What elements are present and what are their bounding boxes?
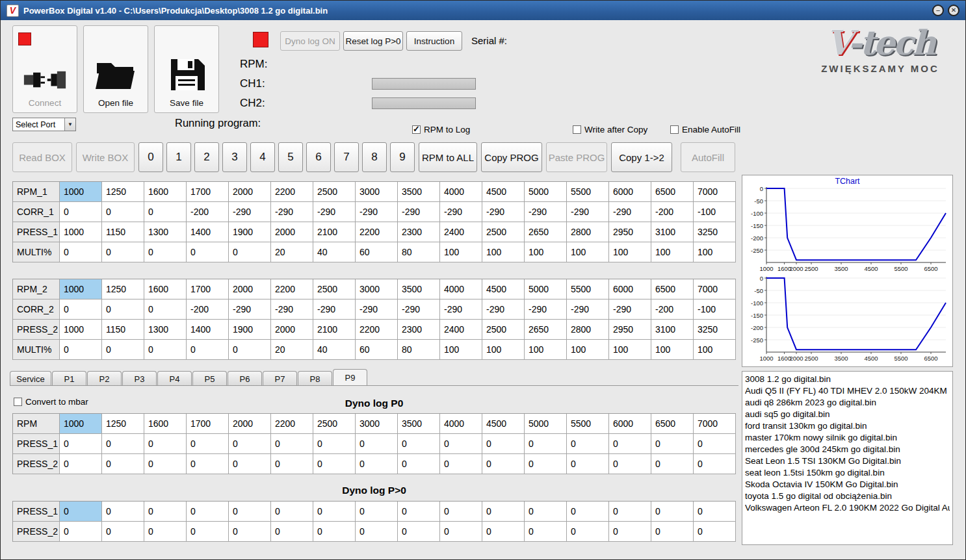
grid-cell[interactable]: 0: [482, 454, 525, 474]
grid-cell[interactable]: -290: [356, 202, 398, 222]
grid-cell[interactable]: -290: [229, 202, 271, 222]
grid-cell[interactable]: 100: [567, 340, 609, 360]
grid-cell[interactable]: 0: [102, 340, 144, 360]
grid-cell[interactable]: 0: [651, 522, 694, 542]
grid-cell[interactable]: 2200: [356, 320, 398, 340]
grid-cell[interactable]: -290: [609, 299, 651, 320]
grid-cell[interactable]: -290: [356, 299, 398, 320]
file-list-item[interactable]: Skoda Octavia IV 150KM Go Digital.bin: [745, 479, 950, 490]
autofill-button[interactable]: AutoFill: [681, 142, 735, 172]
copy-prog-button[interactable]: Copy PROG: [481, 142, 542, 172]
grid-cell[interactable]: 40: [313, 340, 356, 360]
grid-cell[interactable]: 3100: [651, 320, 694, 340]
grid-cell[interactable]: 0: [651, 454, 694, 474]
grid-cell[interactable]: 1250: [102, 279, 144, 299]
grid-cell[interactable]: 0: [144, 454, 187, 474]
grid-cell[interactable]: 0: [60, 434, 102, 454]
grid-cell[interactable]: 0: [440, 454, 482, 474]
grid-cell[interactable]: 0: [313, 502, 356, 522]
grid-cell[interactable]: 0: [440, 502, 482, 522]
grid-cell[interactable]: 0: [229, 434, 271, 454]
grid-cell[interactable]: 2100: [313, 320, 356, 340]
grid-cell[interactable]: 3000: [356, 279, 398, 299]
grid-cell[interactable]: 6500: [651, 279, 694, 299]
digit-button-7[interactable]: 7: [334, 142, 359, 172]
grid-cell[interactable]: 100: [651, 340, 694, 360]
file-list-item[interactable]: Volkswagen Arteon FL 2.0 190KM 2022 Go D…: [745, 502, 950, 514]
grid-cell[interactable]: 0: [398, 522, 440, 542]
select-port-dropdown[interactable]: Select Port ▼: [12, 118, 76, 131]
grid-cell[interactable]: 0: [313, 522, 356, 542]
grid-cell[interactable]: 0: [144, 242, 187, 262]
grid-cell[interactable]: 0: [398, 502, 440, 522]
grid-cell[interactable]: 100: [482, 340, 525, 360]
grid-cell[interactable]: 3100: [651, 222, 694, 242]
grid-cell[interactable]: 5000: [525, 279, 567, 299]
grid-cell[interactable]: 0: [102, 202, 144, 222]
file-list-item[interactable]: ford transit 130km go digital.bin: [745, 420, 950, 432]
grid-cell[interactable]: -290: [525, 299, 567, 320]
grid-cell[interactable]: -100: [694, 299, 736, 320]
grid-cell[interactable]: 6000: [609, 279, 651, 299]
tab-service[interactable]: Service: [10, 371, 51, 386]
grid-cell[interactable]: -290: [229, 299, 271, 320]
grid-cell[interactable]: 0: [102, 299, 144, 320]
grid-cell[interactable]: 0: [229, 242, 271, 262]
grid-cell[interactable]: 0: [60, 242, 102, 262]
grid-cell[interactable]: 5000: [525, 182, 567, 202]
grid-cell[interactable]: 1000: [60, 414, 102, 434]
file-list-item[interactable]: mercedes gle 300d 245km go digital.bin: [745, 444, 950, 455]
grid-cell[interactable]: -290: [440, 202, 482, 222]
grid-cell[interactable]: 2500: [482, 222, 525, 242]
grid-cell[interactable]: 1150: [102, 320, 144, 340]
paste-prog-button[interactable]: Paste PROG: [546, 142, 607, 172]
grid-cell[interactable]: 0: [102, 522, 144, 542]
grid-cell[interactable]: 0: [229, 454, 271, 474]
grid-cell[interactable]: 1900: [229, 222, 271, 242]
grid-cell[interactable]: 0: [187, 454, 229, 474]
grid-cell[interactable]: 0: [144, 340, 187, 360]
grid-cell[interactable]: 0: [440, 434, 482, 454]
grid-cell[interactable]: 4000: [440, 414, 482, 434]
grid-cell[interactable]: 2650: [525, 320, 567, 340]
grid-cell[interactable]: 5500: [567, 182, 609, 202]
grid-cell[interactable]: 0: [60, 340, 102, 360]
grid-cell[interactable]: 0: [356, 502, 398, 522]
grid-cell[interactable]: 3500: [398, 279, 440, 299]
tab-p7[interactable]: P7: [263, 371, 297, 386]
grid-cell[interactable]: 4000: [440, 182, 482, 202]
grid-cell[interactable]: 4000: [440, 279, 482, 299]
grid-cell[interactable]: 0: [229, 340, 271, 360]
grid-cell[interactable]: 6000: [609, 182, 651, 202]
grid-cell[interactable]: 60: [356, 242, 398, 262]
grid-cell[interactable]: 0: [60, 202, 102, 222]
grid-cell[interactable]: 1700: [187, 182, 229, 202]
grid-cell[interactable]: 2200: [271, 182, 313, 202]
grid-cell[interactable]: 2000: [229, 279, 271, 299]
grid-cell[interactable]: 2950: [609, 222, 651, 242]
grid-cell[interactable]: 100: [651, 242, 694, 262]
grid-cell[interactable]: 0: [567, 522, 609, 542]
grid-cell[interactable]: 4500: [482, 414, 525, 434]
grid-cell[interactable]: 0: [525, 454, 567, 474]
grid-cell[interactable]: 0: [482, 522, 525, 542]
grid-cell[interactable]: 20: [271, 340, 313, 360]
grid-cell[interactable]: 1700: [187, 279, 229, 299]
grid-cell[interactable]: 0: [525, 434, 567, 454]
grid-cell[interactable]: 0: [229, 502, 271, 522]
close-button[interactable]: ✕: [948, 5, 959, 16]
grid-cell[interactable]: 2000: [229, 414, 271, 434]
grid-cell[interactable]: 2800: [567, 320, 609, 340]
grid-cell[interactable]: 0: [567, 454, 609, 474]
checkbox-box[interactable]: [670, 125, 679, 134]
grid-cell[interactable]: 3500: [398, 414, 440, 434]
grid-cell[interactable]: 0: [187, 522, 229, 542]
digit-button-0[interactable]: 0: [138, 142, 163, 172]
minimize-button[interactable]: –: [932, 5, 944, 16]
grid-cell[interactable]: 2000: [271, 320, 313, 340]
grid-cell[interactable]: 2200: [271, 279, 313, 299]
tab-p1[interactable]: P1: [52, 371, 86, 386]
checkbox-box[interactable]: [573, 125, 581, 134]
grid-cell[interactable]: 80: [398, 340, 440, 360]
copy-1-to-2-button[interactable]: Copy 1->2: [611, 142, 672, 172]
